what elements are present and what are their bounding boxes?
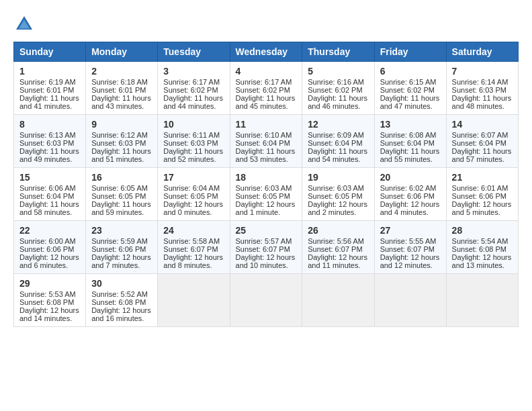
daylight-label: Daylight: 12 hours and 1 minute. — [236, 200, 296, 216]
sunset-label: Sunset: 6:04 PM — [236, 139, 290, 147]
calendar-cell: 1 Sunrise: 6:19 AM Sunset: 6:01 PM Dayli… — [14, 62, 86, 115]
day-number: 19 — [308, 172, 368, 183]
sunrise-label: Sunrise: 6:18 AM — [91, 78, 148, 86]
day-number: 29 — [19, 278, 80, 289]
day-number: 10 — [163, 119, 224, 130]
sunrise-label: Sunrise: 6:15 AM — [380, 78, 437, 86]
day-of-week-header: Thursday — [302, 42, 374, 62]
day-number: 5 — [308, 66, 368, 77]
sunset-label: Sunset: 6:04 PM — [308, 139, 362, 147]
daylight-label: Daylight: 11 hours and 43 minutes. — [91, 94, 151, 110]
sunset-label: Sunset: 6:02 PM — [236, 86, 290, 94]
sunrise-label: Sunrise: 6:14 AM — [452, 78, 508, 86]
sunrise-label: Sunrise: 6:10 AM — [236, 131, 292, 139]
sunset-label: Sunset: 6:02 PM — [163, 86, 218, 94]
daylight-label: Daylight: 11 hours and 53 minutes. — [236, 147, 296, 163]
calendar-cell: 9 Sunrise: 6:12 AM Sunset: 6:03 PM Dayli… — [86, 115, 158, 168]
calendar-cell: 5 Sunrise: 6:16 AM Sunset: 6:02 PM Dayli… — [302, 62, 374, 115]
page-header — [13, 13, 519, 35]
daylight-label: Daylight: 12 hours and 5 minutes. — [452, 200, 512, 216]
sunset-label: Sunset: 6:06 PM — [380, 192, 435, 200]
calendar-cell: 3 Sunrise: 6:17 AM Sunset: 6:02 PM Dayli… — [158, 62, 230, 115]
daylight-label: Daylight: 12 hours and 16 minutes. — [91, 306, 151, 322]
logo-icon — [13, 13, 35, 35]
sunrise-label: Sunrise: 6:00 AM — [19, 237, 76, 245]
daylight-label: Daylight: 12 hours and 7 minutes. — [91, 253, 151, 269]
day-number: 22 — [19, 225, 80, 236]
sunrise-label: Sunrise: 6:11 AM — [163, 131, 220, 139]
daylight-label: Daylight: 11 hours and 54 minutes. — [308, 147, 367, 163]
day-number: 23 — [91, 225, 152, 236]
sunrise-label: Sunrise: 6:03 AM — [236, 184, 292, 192]
daylight-label: Daylight: 12 hours and 8 minutes. — [163, 253, 223, 269]
day-number: 15 — [19, 172, 80, 183]
calendar-week-row: 29 Sunrise: 5:53 AM Sunset: 6:08 PM Dayl… — [14, 274, 519, 327]
calendar-header-row: SundayMondayTuesdayWednesdayThursdayFrid… — [14, 42, 519, 62]
daylight-label: Daylight: 11 hours and 59 minutes. — [91, 200, 151, 216]
sunset-label: Sunset: 6:07 PM — [380, 245, 435, 253]
sunrise-label: Sunrise: 6:04 AM — [163, 184, 220, 192]
sunset-label: Sunset: 6:02 PM — [380, 86, 435, 94]
sunrise-label: Sunrise: 5:55 AM — [380, 237, 437, 245]
day-number: 14 — [452, 119, 513, 130]
sunrise-label: Sunrise: 6:02 AM — [380, 184, 437, 192]
sunrise-label: Sunrise: 6:19 AM — [19, 78, 76, 86]
calendar-cell — [302, 274, 374, 327]
calendar-cell: 28 Sunrise: 5:54 AM Sunset: 6:08 PM Dayl… — [446, 221, 518, 274]
calendar-table: SundayMondayTuesdayWednesdayThursdayFrid… — [13, 42, 519, 327]
sunrise-label: Sunrise: 6:16 AM — [308, 78, 364, 86]
calendar-cell: 27 Sunrise: 5:55 AM Sunset: 6:07 PM Dayl… — [374, 221, 446, 274]
calendar-cell: 22 Sunrise: 6:00 AM Sunset: 6:06 PM Dayl… — [14, 221, 86, 274]
sunset-label: Sunset: 6:07 PM — [163, 245, 218, 253]
calendar-cell: 6 Sunrise: 6:15 AM Sunset: 6:02 PM Dayli… — [374, 62, 446, 115]
calendar-cell — [446, 274, 518, 327]
calendar-week-row: 1 Sunrise: 6:19 AM Sunset: 6:01 PM Dayli… — [14, 62, 519, 115]
sunset-label: Sunset: 6:03 PM — [452, 86, 506, 94]
daylight-label: Daylight: 12 hours and 10 minutes. — [236, 253, 296, 269]
sunset-label: Sunset: 6:08 PM — [91, 298, 146, 306]
day-number: 13 — [380, 119, 441, 130]
sunrise-label: Sunrise: 6:17 AM — [163, 78, 220, 86]
calendar-cell: 29 Sunrise: 5:53 AM Sunset: 6:08 PM Dayl… — [14, 274, 86, 327]
sunset-label: Sunset: 6:08 PM — [452, 245, 506, 253]
daylight-label: Daylight: 11 hours and 45 minutes. — [236, 94, 296, 110]
calendar-cell: 17 Sunrise: 6:04 AM Sunset: 6:05 PM Dayl… — [158, 168, 230, 221]
calendar-cell: 30 Sunrise: 5:52 AM Sunset: 6:08 PM Dayl… — [86, 274, 158, 327]
sunrise-label: Sunrise: 5:54 AM — [452, 237, 508, 245]
calendar-cell — [230, 274, 302, 327]
calendar-cell — [158, 274, 230, 327]
sunset-label: Sunset: 6:03 PM — [19, 139, 74, 147]
daylight-label: Daylight: 12 hours and 2 minutes. — [308, 200, 367, 216]
day-number: 30 — [91, 278, 152, 289]
daylight-label: Daylight: 11 hours and 51 minutes. — [91, 147, 151, 163]
day-number: 21 — [452, 172, 513, 183]
calendar-cell: 13 Sunrise: 6:08 AM Sunset: 6:04 PM Dayl… — [374, 115, 446, 168]
sunrise-label: Sunrise: 6:12 AM — [91, 131, 148, 139]
day-number: 18 — [236, 172, 297, 183]
sunrise-label: Sunrise: 5:53 AM — [19, 290, 76, 298]
day-number: 28 — [452, 225, 513, 236]
day-of-week-header: Monday — [86, 42, 158, 62]
sunrise-label: Sunrise: 6:17 AM — [236, 78, 292, 86]
calendar-week-row: 22 Sunrise: 6:00 AM Sunset: 6:06 PM Dayl… — [14, 221, 519, 274]
sunrise-label: Sunrise: 6:03 AM — [308, 184, 364, 192]
sunrise-label: Sunrise: 5:58 AM — [163, 237, 220, 245]
daylight-label: Daylight: 11 hours and 52 minutes. — [163, 147, 223, 163]
calendar-cell: 8 Sunrise: 6:13 AM Sunset: 6:03 PM Dayli… — [14, 115, 86, 168]
sunset-label: Sunset: 6:06 PM — [91, 245, 146, 253]
sunset-label: Sunset: 6:05 PM — [163, 192, 218, 200]
calendar-week-row: 15 Sunrise: 6:06 AM Sunset: 6:04 PM Dayl… — [14, 168, 519, 221]
calendar-cell: 20 Sunrise: 6:02 AM Sunset: 6:06 PM Dayl… — [374, 168, 446, 221]
daylight-label: Daylight: 11 hours and 55 minutes. — [380, 147, 440, 163]
sunrise-label: Sunrise: 6:05 AM — [91, 184, 148, 192]
day-number: 20 — [380, 172, 441, 183]
day-of-week-header: Wednesday — [230, 42, 302, 62]
sunset-label: Sunset: 6:01 PM — [91, 86, 146, 94]
sunset-label: Sunset: 6:04 PM — [19, 192, 74, 200]
calendar-cell — [374, 274, 446, 327]
day-number: 24 — [163, 225, 224, 236]
daylight-label: Daylight: 11 hours and 41 minutes. — [19, 94, 79, 110]
daylight-label: Daylight: 11 hours and 48 minutes. — [452, 94, 512, 110]
day-number: 6 — [380, 66, 441, 77]
sunrise-label: Sunrise: 6:09 AM — [308, 131, 364, 139]
